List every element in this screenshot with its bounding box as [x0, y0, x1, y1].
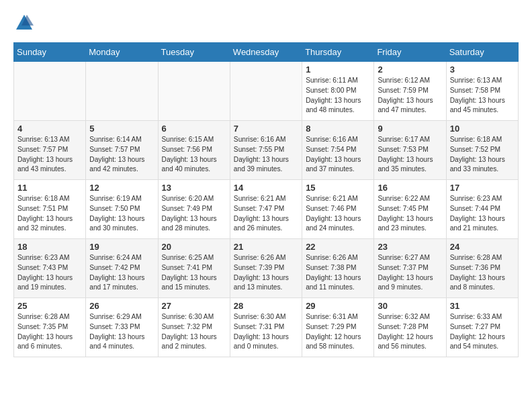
calendar-cell: 20Sunrise: 6:25 AMSunset: 7:41 PMDayligh… — [158, 239, 230, 298]
day-header-wednesday: Wednesday — [230, 43, 302, 62]
day-info: Sunrise: 6:31 AMSunset: 7:29 PMDaylight:… — [306, 312, 370, 352]
day-number: 30 — [378, 301, 442, 311]
day-number: 29 — [306, 301, 370, 311]
day-number: 15 — [306, 183, 370, 193]
calendar-cell: 18Sunrise: 6:23 AMSunset: 7:43 PMDayligh… — [14, 239, 86, 298]
calendar-cell: 15Sunrise: 6:21 AMSunset: 7:46 PMDayligh… — [302, 180, 374, 239]
day-info: Sunrise: 6:32 AMSunset: 7:28 PMDaylight:… — [378, 312, 442, 352]
day-info: Sunrise: 6:11 AMSunset: 8:00 PMDaylight:… — [306, 76, 370, 116]
calendar-cell: 5Sunrise: 6:14 AMSunset: 7:57 PMDaylight… — [86, 121, 158, 180]
day-header-tuesday: Tuesday — [158, 43, 230, 62]
day-header-saturday: Saturday — [446, 43, 518, 62]
calendar-cell: 12Sunrise: 6:19 AMSunset: 7:50 PMDayligh… — [86, 180, 158, 239]
day-info: Sunrise: 6:28 AMSunset: 7:35 PMDaylight:… — [17, 312, 82, 352]
calendar-cell: 28Sunrise: 6:30 AMSunset: 7:31 PMDayligh… — [230, 298, 302, 357]
calendar-cell: 30Sunrise: 6:32 AMSunset: 7:28 PMDayligh… — [374, 298, 446, 357]
calendar-cell: 9Sunrise: 6:17 AMSunset: 7:53 PMDaylight… — [374, 121, 446, 180]
calendar-week-5: 25Sunrise: 6:28 AMSunset: 7:35 PMDayligh… — [14, 298, 519, 357]
day-info: Sunrise: 6:25 AMSunset: 7:41 PMDaylight:… — [162, 253, 226, 293]
calendar-cell: 25Sunrise: 6:28 AMSunset: 7:35 PMDayligh… — [14, 298, 86, 357]
day-number: 25 — [17, 301, 82, 311]
logo — [13, 13, 34, 36]
day-info: Sunrise: 6:24 AMSunset: 7:42 PMDaylight:… — [89, 253, 154, 293]
day-number: 7 — [234, 124, 298, 134]
calendar-cell: 24Sunrise: 6:28 AMSunset: 7:36 PMDayligh… — [446, 239, 518, 298]
calendar-cell: 26Sunrise: 6:29 AMSunset: 7:33 PMDayligh… — [86, 298, 158, 357]
day-header-friday: Friday — [374, 43, 446, 62]
day-number: 11 — [17, 183, 82, 193]
day-number: 21 — [234, 242, 298, 252]
day-number: 24 — [450, 242, 515, 252]
day-info: Sunrise: 6:28 AMSunset: 7:36 PMDaylight:… — [450, 253, 515, 293]
day-number: 23 — [378, 242, 442, 252]
day-number: 1 — [306, 64, 370, 75]
day-info: Sunrise: 6:33 AMSunset: 7:27 PMDaylight:… — [450, 312, 515, 352]
calendar-cell: 22Sunrise: 6:26 AMSunset: 7:38 PMDayligh… — [302, 239, 374, 298]
calendar-table: SundayMondayTuesdayWednesdayThursdayFrid… — [13, 42, 519, 357]
day-header-monday: Monday — [86, 43, 158, 62]
calendar-week-1: 1Sunrise: 6:11 AMSunset: 8:00 PMDaylight… — [14, 62, 519, 121]
day-info: Sunrise: 6:15 AMSunset: 7:56 PMDaylight:… — [162, 135, 226, 175]
logo-icon — [15, 13, 34, 32]
calendar-cell: 21Sunrise: 6:26 AMSunset: 7:39 PMDayligh… — [230, 239, 302, 298]
day-number: 20 — [162, 242, 226, 252]
day-number: 8 — [306, 124, 370, 134]
day-info: Sunrise: 6:26 AMSunset: 7:39 PMDaylight:… — [234, 253, 298, 293]
day-number: 9 — [378, 124, 442, 134]
calendar-cell: 14Sunrise: 6:21 AMSunset: 7:47 PMDayligh… — [230, 180, 302, 239]
day-number: 28 — [234, 301, 298, 311]
calendar-cell: 19Sunrise: 6:24 AMSunset: 7:42 PMDayligh… — [86, 239, 158, 298]
calendar-cell: 13Sunrise: 6:20 AMSunset: 7:49 PMDayligh… — [158, 180, 230, 239]
calendar-week-4: 18Sunrise: 6:23 AMSunset: 7:43 PMDayligh… — [14, 239, 519, 298]
day-number: 14 — [234, 183, 298, 193]
calendar-cell: 11Sunrise: 6:18 AMSunset: 7:51 PMDayligh… — [14, 180, 86, 239]
day-info: Sunrise: 6:18 AMSunset: 7:52 PMDaylight:… — [450, 135, 515, 175]
page-header — [13, 13, 519, 36]
calendar-cell: 8Sunrise: 6:16 AMSunset: 7:54 PMDaylight… — [302, 121, 374, 180]
day-info: Sunrise: 6:16 AMSunset: 7:54 PMDaylight:… — [306, 135, 370, 175]
day-number: 4 — [17, 124, 82, 134]
day-header-sunday: Sunday — [14, 43, 86, 62]
day-info: Sunrise: 6:12 AMSunset: 7:59 PMDaylight:… — [378, 76, 442, 116]
day-number: 17 — [450, 183, 515, 193]
day-number: 27 — [162, 301, 226, 311]
day-info: Sunrise: 6:13 AMSunset: 7:57 PMDaylight:… — [17, 135, 82, 175]
calendar-cell: 10Sunrise: 6:18 AMSunset: 7:52 PMDayligh… — [446, 121, 518, 180]
day-info: Sunrise: 6:18 AMSunset: 7:51 PMDaylight:… — [17, 194, 82, 234]
day-info: Sunrise: 6:27 AMSunset: 7:37 PMDaylight:… — [378, 253, 442, 293]
day-number: 19 — [89, 242, 154, 252]
calendar-cell: 27Sunrise: 6:30 AMSunset: 7:32 PMDayligh… — [158, 298, 230, 357]
day-info: Sunrise: 6:13 AMSunset: 7:58 PMDaylight:… — [450, 76, 515, 116]
day-number: 26 — [89, 301, 154, 311]
day-info: Sunrise: 6:22 AMSunset: 7:45 PMDaylight:… — [378, 194, 442, 234]
day-number: 18 — [17, 242, 82, 252]
calendar-cell — [158, 62, 230, 121]
day-info: Sunrise: 6:29 AMSunset: 7:33 PMDaylight:… — [89, 312, 154, 352]
day-number: 3 — [450, 64, 515, 75]
day-info: Sunrise: 6:21 AMSunset: 7:47 PMDaylight:… — [234, 194, 298, 234]
day-info: Sunrise: 6:23 AMSunset: 7:44 PMDaylight:… — [450, 194, 515, 234]
calendar-cell — [86, 62, 158, 121]
day-info: Sunrise: 6:30 AMSunset: 7:31 PMDaylight:… — [234, 312, 298, 352]
calendar-cell: 3Sunrise: 6:13 AMSunset: 7:58 PMDaylight… — [446, 62, 518, 121]
calendar-week-3: 11Sunrise: 6:18 AMSunset: 7:51 PMDayligh… — [14, 180, 519, 239]
calendar-cell: 29Sunrise: 6:31 AMSunset: 7:29 PMDayligh… — [302, 298, 374, 357]
day-info: Sunrise: 6:16 AMSunset: 7:55 PMDaylight:… — [234, 135, 298, 175]
calendar-cell — [14, 62, 86, 121]
day-header-thursday: Thursday — [302, 43, 374, 62]
day-number: 16 — [378, 183, 442, 193]
day-number: 22 — [306, 242, 370, 252]
day-number: 6 — [162, 124, 226, 134]
day-info: Sunrise: 6:30 AMSunset: 7:32 PMDaylight:… — [162, 312, 226, 352]
day-info: Sunrise: 6:21 AMSunset: 7:46 PMDaylight:… — [306, 194, 370, 234]
calendar-cell: 7Sunrise: 6:16 AMSunset: 7:55 PMDaylight… — [230, 121, 302, 180]
day-info: Sunrise: 6:26 AMSunset: 7:38 PMDaylight:… — [306, 253, 370, 293]
calendar-cell: 23Sunrise: 6:27 AMSunset: 7:37 PMDayligh… — [374, 239, 446, 298]
day-number: 12 — [89, 183, 154, 193]
day-info: Sunrise: 6:20 AMSunset: 7:49 PMDaylight:… — [162, 194, 226, 234]
calendar-cell: 31Sunrise: 6:33 AMSunset: 7:27 PMDayligh… — [446, 298, 518, 357]
calendar-cell: 6Sunrise: 6:15 AMSunset: 7:56 PMDaylight… — [158, 121, 230, 180]
day-number: 31 — [450, 301, 515, 311]
calendar-cell: 16Sunrise: 6:22 AMSunset: 7:45 PMDayligh… — [374, 180, 446, 239]
day-info: Sunrise: 6:19 AMSunset: 7:50 PMDaylight:… — [89, 194, 154, 234]
